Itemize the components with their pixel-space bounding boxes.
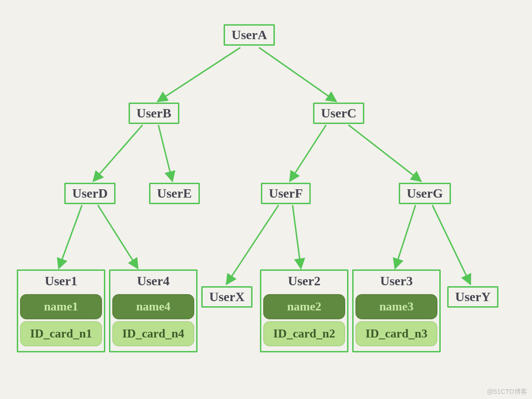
idcard-pill: ID_card_n1	[20, 321, 102, 346]
name-pill: name2	[263, 294, 345, 319]
node-label: UserC	[321, 106, 356, 121]
name-label: name3	[379, 300, 414, 314]
svg-line-10	[395, 205, 416, 268]
svg-line-7	[98, 205, 138, 268]
node-user-d: UserD	[64, 183, 116, 204]
svg-line-5	[348, 125, 421, 181]
node-user-y: UserY	[447, 286, 498, 308]
svg-line-0	[157, 48, 240, 102]
idcard-label: ID_card_n1	[30, 327, 92, 341]
node-user-c: UserC	[313, 103, 364, 124]
idcard-pill: ID_card_n3	[355, 321, 437, 346]
node-label: UserF	[269, 186, 303, 201]
svg-line-3	[158, 125, 172, 181]
node-label: UserB	[136, 106, 171, 121]
node-user-1: User1 name1 ID_card_n1	[17, 269, 105, 352]
name-pill: name4	[112, 294, 194, 319]
node-label: UserA	[232, 28, 267, 42]
name-pill: name3	[355, 294, 437, 319]
svg-line-6	[59, 205, 82, 268]
node-label: UserD	[72, 186, 108, 201]
node-title: User1	[45, 274, 77, 289]
node-label: UserX	[209, 289, 245, 304]
svg-line-1	[259, 48, 336, 102]
idcard-pill: ID_card_n4	[112, 321, 194, 346]
node-user-3: User3 name3 ID_card_n3	[352, 269, 441, 352]
node-user-x: UserX	[201, 286, 252, 308]
svg-line-9	[293, 205, 301, 268]
node-user-e: UserE	[149, 183, 200, 204]
svg-line-2	[93, 125, 143, 181]
idcard-label: ID_card_n3	[366, 327, 428, 341]
name-pill: name1	[20, 294, 102, 319]
node-user-2: User2 name2 ID_card_n2	[260, 269, 348, 352]
node-label: UserG	[407, 186, 443, 201]
node-user-a: UserA	[224, 24, 275, 46]
idcard-pill: ID_card_n2	[263, 321, 345, 346]
svg-line-4	[290, 125, 326, 181]
node-user-g: UserG	[399, 183, 451, 204]
node-user-b: UserB	[129, 103, 179, 124]
node-user-4: User4 name4 ID_card_n4	[109, 269, 198, 352]
name-label: name4	[136, 300, 171, 314]
node-title: User3	[380, 274, 413, 289]
name-label: name1	[44, 300, 78, 314]
node-label: UserY	[455, 289, 491, 304]
node-user-f: UserF	[261, 183, 311, 204]
watermark: @51CTO博客	[487, 388, 527, 396]
node-title: User4	[137, 274, 170, 289]
idcard-label: ID_card_n4	[123, 327, 184, 341]
idcard-label: ID_card_n2	[273, 327, 335, 341]
node-title: User2	[288, 274, 321, 289]
name-label: name2	[287, 300, 321, 314]
node-label: UserE	[157, 186, 192, 201]
